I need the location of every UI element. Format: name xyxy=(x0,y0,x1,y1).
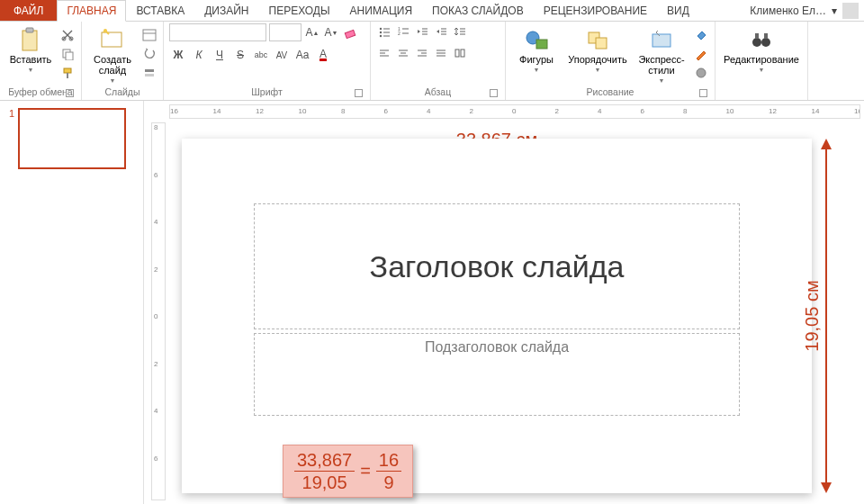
underline-button[interactable]: Ч xyxy=(211,47,229,63)
shapes-button[interactable]: Фигуры ▼ xyxy=(511,23,562,73)
editing-button[interactable]: Редактирование ▼ xyxy=(721,23,802,73)
cut-button[interactable] xyxy=(59,27,76,43)
group-slides: Создать слайд ▼ Слайды xyxy=(82,22,164,100)
tab-insert[interactable]: ВСТАВКА xyxy=(126,0,194,21)
slide-thumbnails-panel[interactable]: 1 xyxy=(0,101,144,504)
aspect-ratio-equation: 33,867 19,05 = 16 9 xyxy=(283,445,413,498)
numbering-button[interactable]: 12 xyxy=(395,23,411,40)
tab-animation[interactable]: АНИМАЦИЯ xyxy=(340,0,422,21)
slide-thumbnail-1[interactable] xyxy=(18,108,126,169)
font-family-combo[interactable] xyxy=(169,23,266,41)
slide-canvas[interactable]: Заголовок слайда Подзаголовок слайда 33,… xyxy=(182,139,812,493)
svg-rect-8 xyxy=(102,32,122,47)
format-painter-button[interactable] xyxy=(59,65,76,81)
subtitle-placeholder-text: Подзаголовок слайда xyxy=(425,339,569,356)
group-drawing: Фигуры ▼ Упорядочить ▼ Экспресс- стили ▼ xyxy=(506,22,716,100)
layout-button[interactable] xyxy=(141,27,158,43)
increase-indent-button[interactable] xyxy=(433,23,449,40)
section-button[interactable] xyxy=(141,65,158,81)
binoculars-icon xyxy=(749,27,774,52)
height-dimension-annotation: 19,05 см xyxy=(821,139,832,493)
shapes-icon xyxy=(524,27,549,52)
tab-home[interactable]: ГЛАВНАЯ xyxy=(57,0,126,22)
bullets-button[interactable] xyxy=(376,23,392,40)
decrease-indent-button[interactable] xyxy=(414,23,430,40)
shapes-label: Фигуры xyxy=(519,54,554,65)
fraction-aspect: 16 9 xyxy=(376,451,401,491)
svg-rect-51 xyxy=(596,38,607,49)
editing-label: Редактирование xyxy=(724,54,799,65)
account-menu[interactable]: Клименко Ел… ▾ xyxy=(744,0,864,21)
svg-rect-7 xyxy=(67,73,68,78)
copy-button[interactable] xyxy=(59,46,76,62)
vertical-ruler[interactable]: 864202468 xyxy=(151,122,166,500)
chevron-down-icon: ▼ xyxy=(110,77,116,84)
clear-formatting-button[interactable] xyxy=(342,24,358,40)
paint-bucket-icon xyxy=(695,29,707,41)
strikethrough-button[interactable]: S xyxy=(231,47,249,63)
shrink-font-button[interactable]: A▼ xyxy=(323,24,339,40)
svg-rect-5 xyxy=(66,52,73,60)
tab-review[interactable]: РЕЦЕНЗИРОВАНИЕ xyxy=(534,0,657,21)
align-center-button[interactable] xyxy=(395,45,411,61)
quick-styles-button[interactable]: Экспресс- стили ▼ xyxy=(634,23,689,84)
paste-button[interactable]: Вставить ▼ xyxy=(5,23,56,73)
dialog-launcher-icon[interactable] xyxy=(355,89,363,97)
effects-icon xyxy=(695,67,707,79)
arrange-button[interactable]: Упорядочить ▼ xyxy=(565,23,630,73)
line-spacing-button[interactable] xyxy=(452,23,468,40)
shape-outline-button[interactable] xyxy=(693,46,709,62)
svg-rect-14 xyxy=(345,30,355,38)
svg-point-55 xyxy=(761,38,770,47)
group-slides-label: Слайды xyxy=(87,85,158,100)
justify-icon xyxy=(435,47,447,59)
group-font-label: Шрифт xyxy=(169,85,364,100)
svg-rect-13 xyxy=(145,74,154,76)
group-paragraph: 12 Абзац xyxy=(371,22,506,100)
chevron-down-icon: ▼ xyxy=(28,67,34,73)
char-spacing-button[interactable]: AV xyxy=(273,47,291,63)
svg-rect-49 xyxy=(536,40,547,49)
tab-slideshow[interactable]: ПОКАЗ СЛАЙДОВ xyxy=(422,0,534,21)
font-color-button[interactable]: A xyxy=(314,47,332,63)
subtitle-placeholder[interactable]: Подзаголовок слайда xyxy=(254,333,740,416)
new-slide-button[interactable]: Создать слайд ▼ xyxy=(87,23,138,84)
dialog-launcher-icon[interactable] xyxy=(490,89,498,97)
italic-button[interactable]: К xyxy=(190,47,208,63)
group-drawing-label: Рисование xyxy=(511,85,709,100)
ribbon: Вставить ▼ Буфер обмена xyxy=(0,22,864,101)
bold-button[interactable]: Ж xyxy=(169,47,187,63)
workspace: 1 1614121086420246810121416 864202468 33… xyxy=(0,101,864,504)
quick-styles-icon xyxy=(649,27,674,52)
align-right-button[interactable] xyxy=(414,45,430,61)
equals-sign: = xyxy=(360,461,371,482)
tab-design[interactable]: ДИЗАЙН xyxy=(194,0,258,21)
font-size-combo[interactable] xyxy=(269,23,302,41)
svg-text:2: 2 xyxy=(398,31,400,36)
svg-rect-1 xyxy=(26,28,33,32)
reset-button[interactable] xyxy=(141,46,158,62)
dialog-launcher-icon[interactable] xyxy=(66,89,74,97)
change-case-button[interactable]: Aa xyxy=(293,47,311,63)
quick-styles-label: Экспресс- стили xyxy=(638,54,684,76)
chevron-down-icon: ▼ xyxy=(759,67,765,73)
tab-view[interactable]: ВИД xyxy=(657,0,699,21)
group-font: A▲ A▼ Ж К Ч S abc AV Aa A Шрифт xyxy=(164,22,371,100)
shape-fill-button[interactable] xyxy=(693,27,709,43)
shape-effects-button[interactable] xyxy=(693,65,709,81)
columns-button[interactable] xyxy=(452,45,468,61)
chevron-down-icon: ▼ xyxy=(534,67,540,73)
pen-icon xyxy=(695,48,707,60)
tab-file[interactable]: ФАЙЛ xyxy=(0,0,57,21)
grow-font-button[interactable]: A▲ xyxy=(304,24,320,40)
tab-transitions[interactable]: ПЕРЕХОДЫ xyxy=(259,0,340,21)
dialog-launcher-icon[interactable] xyxy=(699,89,707,97)
justify-button[interactable] xyxy=(433,45,449,61)
thumb-number: 1 xyxy=(9,108,14,169)
arrange-icon xyxy=(585,27,610,52)
align-left-button[interactable] xyxy=(376,45,392,61)
horizontal-ruler[interactable]: 1614121086420246810121416 xyxy=(169,104,860,119)
title-placeholder[interactable]: Заголовок слайда xyxy=(254,203,740,329)
text-shadow-button[interactable]: abc xyxy=(252,47,270,63)
new-slide-label: Создать слайд xyxy=(94,54,131,76)
